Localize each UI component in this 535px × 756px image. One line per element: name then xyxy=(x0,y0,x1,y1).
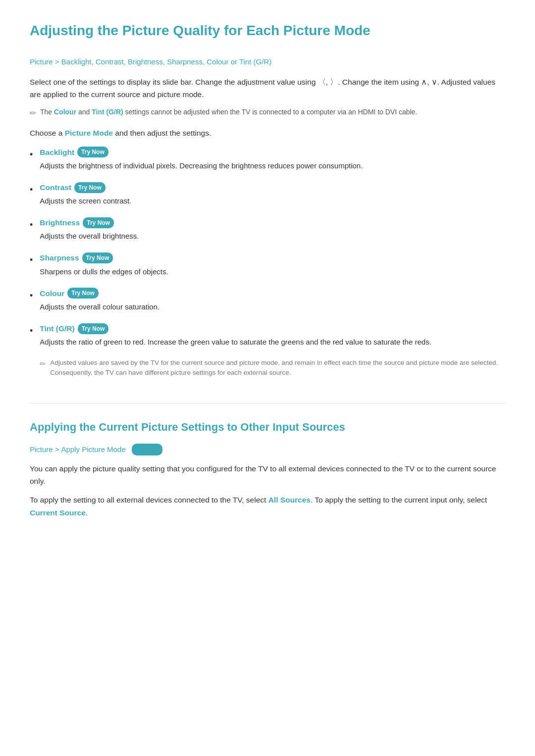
section2-breadcrumb-separator: > xyxy=(55,444,59,455)
settings-list: • Backlight Try Now Adjusts the brightne… xyxy=(30,147,505,388)
picture-mode-highlight: Picture Mode xyxy=(65,129,113,137)
contrast-desc: Adjusts the screen contrast. xyxy=(40,195,505,207)
bullet-content-backlight: Backlight Try Now Adjusts the brightness… xyxy=(40,147,505,182)
bullet-dot: • xyxy=(30,253,33,267)
bullet-dot: • xyxy=(30,183,33,197)
sharpness-try-now-badge[interactable]: Try Now xyxy=(82,252,113,263)
list-item-tint: • Tint (G/R) Try Now Adjusts the ratio o… xyxy=(30,323,505,388)
pencil-icon-2: ✏ xyxy=(40,358,46,370)
sharpness-label: Sharpness xyxy=(40,252,79,263)
backlight-label: Backlight xyxy=(40,147,74,158)
bullet-header-brightness: Brightness Try Now xyxy=(40,217,505,228)
contrast-label: Contrast xyxy=(40,182,71,193)
section2-title: Applying the Current Picture Settings to… xyxy=(30,418,505,436)
tint-try-now-badge[interactable]: Try Now xyxy=(78,323,109,334)
backlight-desc: Adjusts the brightness of individual pix… xyxy=(40,160,505,172)
backlight-try-now-badge[interactable]: Try Now xyxy=(77,147,108,157)
section2-breadcrumb-part2[interactable]: Apply Picture Mode xyxy=(61,444,125,455)
colour-label: Colour xyxy=(40,288,64,299)
tint-desc: Adjusts the ratio of green to red. Incre… xyxy=(40,336,505,348)
page-title: Adjusting the Picture Quality for Each P… xyxy=(30,20,505,47)
bullet-header-contrast: Contrast Try Now xyxy=(40,182,505,193)
list-item-backlight: • Backlight Try Now Adjusts the brightne… xyxy=(30,147,505,182)
section2-breadcrumb: Picture > Apply Picture Mode Try Now xyxy=(30,444,505,455)
breadcrumb: Picture > Backlight, Contrast, Brightnes… xyxy=(30,56,505,68)
colour-try-now-badge[interactable]: Try Now xyxy=(67,288,99,299)
bullet-header-backlight: Backlight Try Now xyxy=(40,147,505,158)
pencil-icon-1: ✏ xyxy=(30,107,36,119)
brightness-desc: Adjusts the overall brightness. xyxy=(40,230,505,242)
intro-text: Select one of the settings to display it… xyxy=(30,76,505,101)
breadcrumb-part3[interactable]: Tint (G/R) xyxy=(239,57,271,66)
brightness-label: Brightness xyxy=(40,217,80,228)
list-item-colour: • Colour Try Now Adjusts the overall col… xyxy=(30,288,505,323)
breadcrumb-separator: > xyxy=(53,57,61,66)
tint-label: Tint (G/R) xyxy=(40,323,74,334)
list-item-sharpness: • Sharpness Try Now Sharpens or dulls th… xyxy=(30,252,505,287)
bullet-header-colour: Colour Try Now xyxy=(40,288,505,299)
breadcrumb-connector: or xyxy=(228,57,239,66)
bullet-header-sharpness: Sharpness Try Now xyxy=(40,252,505,263)
inner-note-text: Adjusted values are saved by the TV for … xyxy=(50,358,505,378)
bullet-content-brightness: Brightness Try Now Adjusts the overall b… xyxy=(40,217,505,252)
bullet-content-tint: Tint (G/R) Try Now Adjusts the ratio of … xyxy=(40,323,505,388)
contrast-try-now-badge[interactable]: Try Now xyxy=(74,182,106,193)
bullet-dot: • xyxy=(30,148,33,162)
bullet-dot: • xyxy=(30,324,33,338)
note-text-1: The Colour and Tint (G/R) settings canno… xyxy=(40,107,417,117)
sharpness-desc: Sharpens or dulls the edges of objects. xyxy=(40,266,505,278)
brightness-try-now-badge[interactable]: Try Now xyxy=(83,217,114,228)
bullet-content-sharpness: Sharpness Try Now Sharpens or dulls the … xyxy=(40,252,505,287)
note-colour-highlight: Colour xyxy=(54,108,76,116)
all-sources-highlight: All Sources xyxy=(268,496,311,504)
section2-try-now-badge[interactable]: Try Now xyxy=(132,444,163,455)
breadcrumb-part2[interactable]: Backlight, Contrast, Brightness, Sharpne… xyxy=(61,57,229,66)
bullet-header-tint: Tint (G/R) Try Now xyxy=(40,323,505,334)
section2-body2: To apply the setting to all external dev… xyxy=(30,494,505,519)
list-item-brightness: • Brightness Try Now Adjusts the overall… xyxy=(30,217,505,252)
current-source-highlight: Current Source xyxy=(30,508,86,517)
note-block-1: ✏ The Colour and Tint (G/R) settings can… xyxy=(30,107,505,119)
bullet-dot: • xyxy=(30,218,33,232)
section2-breadcrumb-part1[interactable]: Picture xyxy=(30,444,53,455)
note-tint-highlight: Tint (G/R) xyxy=(92,108,123,116)
bullet-content-colour: Colour Try Now Adjusts the overall colou… xyxy=(40,288,505,323)
breadcrumb-part1[interactable]: Picture xyxy=(30,57,53,66)
choose-text: Choose a Picture Mode and then adjust th… xyxy=(30,127,505,140)
inner-note-block: ✏ Adjusted values are saved by the TV fo… xyxy=(40,358,505,378)
bullet-dot: • xyxy=(30,289,33,303)
bullet-content-contrast: Contrast Try Now Adjusts the screen cont… xyxy=(40,182,505,217)
section2-body1: You can apply the picture quality settin… xyxy=(30,462,505,488)
colour-desc: Adjusts the overall colour saturation. xyxy=(40,301,505,313)
section-divider xyxy=(30,403,505,403)
list-item-contrast: • Contrast Try Now Adjusts the screen co… xyxy=(30,182,505,217)
